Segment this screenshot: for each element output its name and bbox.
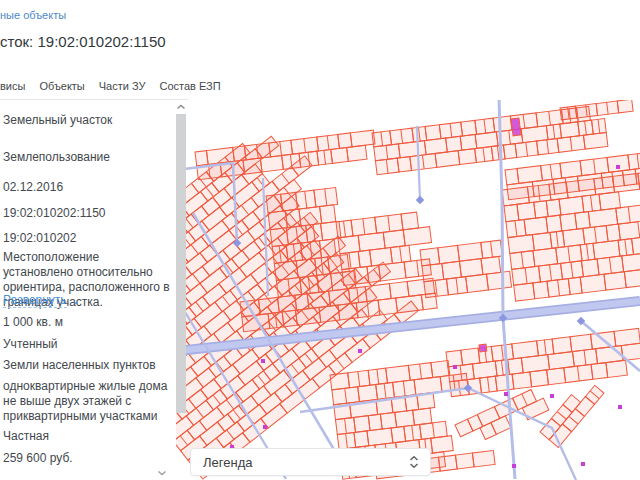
attr-object-type: Земельный участок	[3, 113, 171, 128]
found-objects-link[interactable]: ные объекты	[0, 9, 66, 21]
tab-ezp[interactable]: Состав ЕЗП	[159, 80, 220, 92]
attr-cadastral-cost: 259 600 руб.	[3, 451, 171, 466]
tab-bar: висы Объекты Части ЗУ Состав ЕЗП	[0, 80, 188, 100]
tab-objects[interactable]: Объекты	[39, 80, 84, 92]
page-title: сток: 19:02:010202:1150	[0, 33, 166, 50]
expand-link[interactable]: Развернуть⌄	[3, 293, 171, 308]
attr-cadastral-number: 19:02:010202:1150	[3, 206, 171, 221]
unfold-more-icon	[408, 454, 420, 470]
legend-dropdown[interactable]: Легенда	[190, 448, 431, 476]
attributes-panel: Земельный участок Землепользование 02.12…	[0, 100, 176, 480]
attr-area: 1 000 кв. м	[3, 315, 171, 330]
tab-parts[interactable]: Части ЗУ	[99, 80, 146, 92]
app-window: ные объекты сток: 19:02:010202:1150 висы…	[0, 0, 640, 480]
scroll-down-icon[interactable]	[156, 467, 168, 479]
tab-services[interactable]: висы	[0, 80, 25, 92]
attr-ownership: Частная	[3, 429, 171, 444]
scroll-up-icon[interactable]	[175, 101, 187, 113]
scrollbar-thumb[interactable]	[176, 114, 186, 413]
legend-label: Легенда	[203, 455, 408, 470]
attr-usage: Землепользование	[3, 150, 171, 165]
attr-permitted-use: одноквартирные жилые дома не выше двух э…	[3, 379, 171, 424]
attr-status: Учтенный	[3, 337, 171, 352]
expand-link-label[interactable]: Развернуть	[3, 293, 67, 308]
attr-quarter: 19:02:010202	[3, 231, 171, 246]
header: ные объекты сток: 19:02:010202:1150 висы…	[0, 0, 640, 100]
chevron-down-icon: ⌄	[72, 295, 80, 306]
attr-land-category: Земли населенных пунктов	[3, 358, 171, 373]
attr-date: 02.12.2016	[3, 180, 171, 195]
